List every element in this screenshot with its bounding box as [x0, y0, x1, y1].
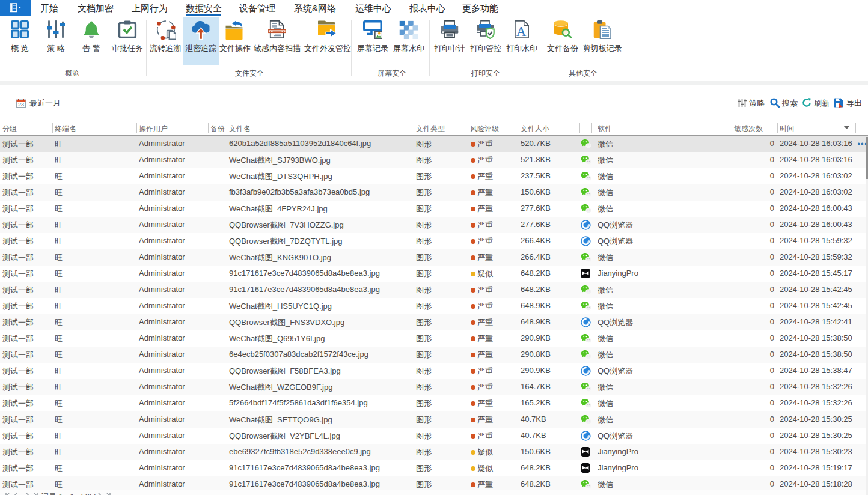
svg-text:23: 23 — [18, 102, 24, 108]
svg-text:A: A — [516, 24, 527, 39]
